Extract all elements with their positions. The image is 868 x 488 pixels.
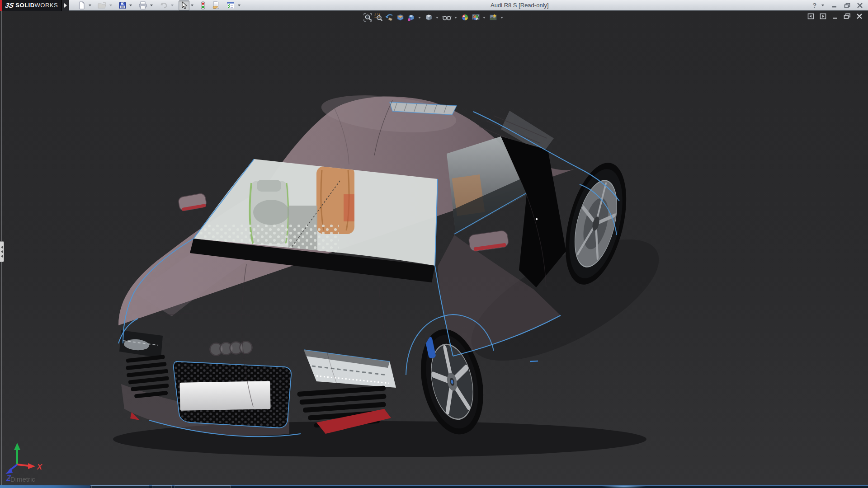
audi-rings-logo bbox=[210, 342, 252, 356]
file-properties-icon bbox=[212, 1, 221, 9]
view-settings-dropdown[interactable] bbox=[500, 17, 503, 19]
rebuild-traffic-light-icon bbox=[200, 1, 206, 9]
help-button[interactable]: ? bbox=[812, 2, 816, 9]
print-button[interactable] bbox=[137, 0, 149, 10]
brand-glyph: 3S bbox=[5, 1, 14, 9]
app-minimize-button[interactable] bbox=[830, 1, 839, 9]
select-cursor-icon bbox=[180, 1, 188, 9]
apply-scene-button[interactable] bbox=[471, 13, 481, 22]
new-document-button[interactable] bbox=[76, 0, 87, 10]
car-model[interactable] bbox=[113, 90, 676, 457]
view-orientation-dropdown[interactable] bbox=[418, 17, 421, 19]
document-window-controls bbox=[807, 13, 863, 20]
zoom-to-area-icon bbox=[374, 13, 383, 22]
open-document-button[interactable] bbox=[96, 0, 108, 10]
taskbar-button[interactable] bbox=[91, 485, 149, 488]
pane-right-icon bbox=[820, 13, 826, 19]
front-grille bbox=[174, 361, 291, 428]
previous-view-button[interactable] bbox=[385, 13, 394, 22]
feature-manager-collapse-tab[interactable] bbox=[0, 241, 4, 262]
help-dropdown[interactable] bbox=[821, 5, 824, 6]
apply-scene-icon bbox=[472, 13, 480, 22]
doc-close-icon bbox=[856, 13, 863, 19]
menu-flyout-button[interactable] bbox=[61, 0, 69, 11]
brand-name-light: WORKS bbox=[35, 2, 58, 9]
new-document-icon bbox=[78, 1, 86, 9]
undo-dropdown[interactable] bbox=[171, 5, 174, 6]
license-plate-blank bbox=[179, 381, 270, 410]
pane-left-button[interactable] bbox=[807, 13, 815, 20]
titlebar-window-controls: ? bbox=[812, 0, 864, 11]
pane-right-button[interactable] bbox=[819, 13, 827, 20]
select-tool-dropdown[interactable] bbox=[191, 5, 193, 6]
view-orientation-icon bbox=[407, 13, 415, 22]
options-button[interactable] bbox=[225, 0, 236, 10]
app-restore-button[interactable] bbox=[843, 1, 852, 9]
solidworks-window: 3S SOLIDWORKS bbox=[0, 0, 868, 488]
doc-close-button[interactable] bbox=[855, 13, 863, 20]
display-style-icon bbox=[425, 13, 433, 22]
collapse-arrow-icon bbox=[1, 250, 3, 253]
edit-appearance-icon bbox=[461, 13, 469, 22]
apply-scene-dropdown[interactable] bbox=[483, 17, 486, 19]
close-icon bbox=[857, 3, 863, 8]
select-tool-button[interactable] bbox=[179, 0, 189, 10]
title-bar: 3S SOLIDWORKS bbox=[0, 0, 868, 11]
graphics-viewport[interactable]: X Z bbox=[0, 11, 868, 485]
save-button[interactable] bbox=[117, 0, 128, 10]
open-document-icon bbox=[98, 1, 107, 9]
zoom-to-fit-button[interactable] bbox=[363, 13, 373, 22]
options-dropdown[interactable] bbox=[238, 5, 241, 6]
display-style-dropdown[interactable] bbox=[436, 17, 439, 19]
zoom-to-area-button[interactable] bbox=[374, 13, 383, 22]
app-close-button[interactable] bbox=[855, 1, 864, 9]
flyout-arrow-icon bbox=[64, 3, 67, 8]
right-mirror bbox=[468, 230, 509, 252]
standard-toolbar bbox=[76, 0, 243, 11]
solidworks-logo: 3S SOLIDWORKS bbox=[0, 0, 61, 11]
doc-minimize-icon bbox=[832, 13, 838, 19]
selected-edge-mark bbox=[530, 361, 538, 361]
left-headlight bbox=[119, 330, 163, 358]
right-headlight bbox=[304, 350, 396, 388]
collapse-arrow-icon bbox=[1, 255, 3, 258]
headsup-view-toolbar bbox=[360, 12, 508, 23]
pane-left-icon bbox=[807, 13, 814, 19]
undo-icon bbox=[159, 1, 168, 9]
triad-x-label: X bbox=[37, 463, 43, 471]
windows-taskbar-sliver[interactable] bbox=[0, 485, 868, 488]
section-view-icon bbox=[396, 13, 405, 22]
options-icon bbox=[226, 1, 235, 9]
save-dropdown[interactable] bbox=[129, 5, 132, 6]
hide-show-items-dropdown[interactable] bbox=[454, 17, 457, 19]
display-style-button[interactable] bbox=[424, 13, 434, 22]
graphics-area[interactable]: X Z bbox=[0, 11, 868, 485]
print-dropdown[interactable] bbox=[150, 5, 153, 6]
doc-restore-button[interactable] bbox=[843, 13, 851, 20]
section-view-button[interactable] bbox=[396, 13, 405, 22]
new-document-dropdown[interactable] bbox=[89, 5, 91, 6]
view-orientation-label: *Dimetric bbox=[8, 475, 35, 483]
minimize-icon bbox=[831, 3, 838, 8]
edit-appearance-button[interactable] bbox=[460, 13, 470, 22]
previous-view-icon bbox=[385, 13, 394, 22]
view-settings-icon bbox=[489, 13, 498, 22]
open-document-dropdown[interactable] bbox=[109, 5, 112, 6]
doc-restore-icon bbox=[844, 13, 851, 19]
taskbar-start-segment[interactable] bbox=[0, 485, 90, 488]
rebuild-button[interactable] bbox=[198, 0, 208, 10]
restore-icon bbox=[844, 3, 851, 9]
taskbar-button[interactable] bbox=[175, 485, 231, 488]
view-orientation-button[interactable] bbox=[406, 13, 416, 22]
doc-minimize-button[interactable] bbox=[831, 13, 839, 20]
hide-show-items-icon bbox=[442, 13, 452, 22]
file-properties-button[interactable] bbox=[210, 0, 222, 10]
collapse-arrow-icon bbox=[1, 246, 3, 249]
hide-show-items-button[interactable] bbox=[442, 13, 452, 22]
brand-red-stripe bbox=[0, 0, 2, 11]
vertex-point bbox=[536, 218, 538, 220]
undo-button[interactable] bbox=[158, 0, 170, 10]
view-settings-button[interactable] bbox=[489, 13, 498, 22]
taskbar-button[interactable] bbox=[152, 485, 172, 488]
left-mirror bbox=[178, 193, 207, 211]
